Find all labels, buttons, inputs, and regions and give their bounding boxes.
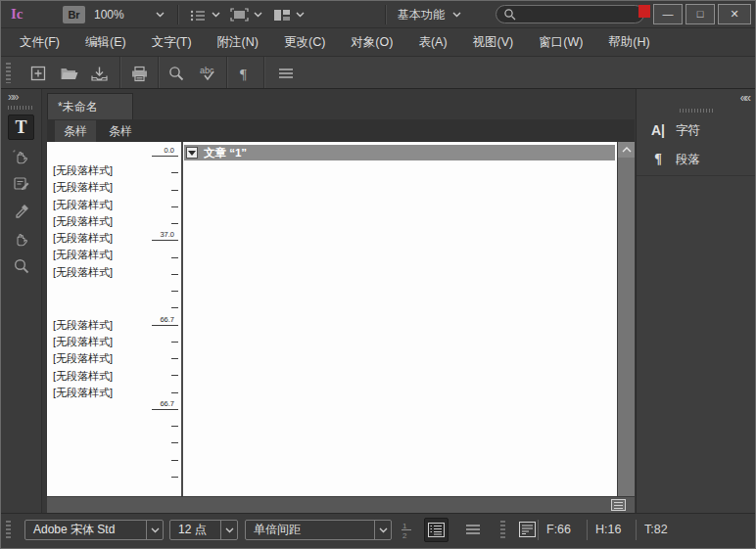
save-button[interactable] xyxy=(86,61,112,86)
depth-ruler: 0.037.066.766.7 xyxy=(141,142,180,496)
view-tab-galley[interactable]: 条样 xyxy=(55,120,96,142)
story-header[interactable]: 文章 “1” xyxy=(184,145,615,160)
search-box[interactable] xyxy=(496,5,644,23)
separator xyxy=(158,57,159,88)
menu-window[interactable]: 窗口(W) xyxy=(526,28,595,56)
find-button[interactable] xyxy=(164,61,189,86)
paragraph-style-label: [无段落样式] xyxy=(53,163,146,180)
open-document-button[interactable] xyxy=(56,61,81,86)
galley-buffer-icon[interactable] xyxy=(611,499,626,511)
menu-changes[interactable]: 更改(C) xyxy=(271,28,338,56)
paragraph-panel-label: 段落 xyxy=(676,152,700,168)
menu-notes[interactable]: 附注(N) xyxy=(205,28,271,56)
font-family-select[interactable]: Adobe 宋体 Std xyxy=(24,520,164,540)
ruler-tick xyxy=(152,325,178,326)
story-text-area[interactable]: 文章 “1” xyxy=(183,142,617,496)
bottombar-menu-button[interactable] xyxy=(463,523,483,536)
position-tool-icon xyxy=(12,147,31,166)
chevron-down-icon xyxy=(225,527,234,533)
triangle-down-icon xyxy=(188,151,196,156)
chevron-down-icon xyxy=(452,12,461,18)
zoom-tool[interactable] xyxy=(8,253,34,279)
chevron-down-icon xyxy=(151,527,160,533)
print-icon xyxy=(130,66,149,82)
screen-mode-button[interactable] xyxy=(230,6,262,23)
ruler-tick xyxy=(171,477,178,478)
copyfit-info-button[interactable] xyxy=(517,521,537,538)
menu-table[interactable]: 表(A) xyxy=(405,28,459,56)
toolbar-grip[interactable] xyxy=(6,63,11,83)
note-tool[interactable] xyxy=(8,171,34,197)
chevron-down-icon xyxy=(254,12,262,18)
close-button[interactable]: ✕ xyxy=(718,4,751,24)
print-button[interactable] xyxy=(126,61,152,86)
zoom-level-select[interactable]: 100% xyxy=(94,6,165,23)
search-input[interactable] xyxy=(521,9,637,21)
paragraph-style-label: [无段落样式] xyxy=(53,198,146,214)
view-options-icon xyxy=(189,9,207,22)
chevron-down-icon xyxy=(296,12,305,18)
chevron-down-icon xyxy=(156,12,165,18)
arrange-documents-icon xyxy=(273,9,291,22)
eyedropper-tool[interactable] xyxy=(8,199,34,224)
workspace-switcher[interactable]: 基本功能 xyxy=(398,6,461,23)
toolbar: abc ¶ xyxy=(1,57,755,89)
menu-bar: 文件(F)编辑(E)文字(T)附注(N)更改(C)对象(O)表(A)视图(V)窗… xyxy=(1,28,755,57)
view-options-button[interactable] xyxy=(189,6,220,23)
hand-icon xyxy=(12,229,31,249)
chevron-down-icon xyxy=(379,527,388,533)
expand-dock-icon[interactable]: «« xyxy=(740,91,749,105)
ruler-tick xyxy=(171,190,178,191)
vertical-scrollbar[interactable] xyxy=(617,142,635,496)
toolbar-menu-button[interactable] xyxy=(273,61,299,86)
ruler-tick xyxy=(171,460,178,461)
font-size-select[interactable]: 12 点 xyxy=(169,520,238,540)
hamburger-menu-icon xyxy=(278,68,294,79)
view-tab-galley-2[interactable]: 条样 xyxy=(100,120,141,142)
position-tool[interactable] xyxy=(8,144,34,169)
paragraph-style-label: [无段落样式] xyxy=(53,318,146,335)
type-tool[interactable]: T xyxy=(8,114,34,140)
ruler-tick xyxy=(171,342,178,343)
magnifier-icon xyxy=(12,256,31,276)
bridge-button[interactable]: Br xyxy=(63,6,85,23)
minimize-button[interactable]: — xyxy=(653,4,683,24)
menu-object[interactable]: 对象(O) xyxy=(338,28,405,56)
ruler-tick xyxy=(171,274,178,275)
style-column-toggle[interactable] xyxy=(424,518,449,542)
document-tab[interactable]: *未命名 xyxy=(47,93,133,119)
font-size-value: 12 点 xyxy=(170,522,220,538)
ruler-tick xyxy=(171,257,178,258)
paragraph-panel-button[interactable]: ¶ 段落 xyxy=(637,146,756,173)
menu-type[interactable]: 文字(T) xyxy=(139,28,205,56)
maximize-button[interactable]: □ xyxy=(685,4,715,24)
incopy-window: Ic Br 100% xyxy=(0,0,756,549)
menu-view[interactable]: 视图(V) xyxy=(460,28,527,56)
open-folder-icon xyxy=(60,66,78,81)
paragraph-styles-column: [无段落样式][无段落样式][无段落样式][无段落样式][无段落样式][无段落样… xyxy=(53,163,146,402)
chevron-up-icon xyxy=(622,147,632,153)
menu-help[interactable]: 帮助(H) xyxy=(595,28,662,56)
ruler-tick xyxy=(152,156,178,157)
hand-tool[interactable] xyxy=(8,226,34,252)
collapse-story-button[interactable] xyxy=(186,147,198,159)
menu-edit[interactable]: 编辑(E) xyxy=(72,28,139,56)
menu-file[interactable]: 文件(F) xyxy=(7,28,72,56)
arrange-documents-button[interactable] xyxy=(273,6,305,23)
scroll-up-button[interactable] xyxy=(618,142,635,158)
paragraph-style-label: [无段落样式] xyxy=(53,214,146,231)
bottombar-grip[interactable] xyxy=(6,521,11,540)
spell-check-button[interactable]: abc xyxy=(196,61,221,86)
horizontal-scrollbar[interactable] xyxy=(47,496,635,513)
new-document-button[interactable] xyxy=(25,61,51,86)
search-icon xyxy=(503,8,516,21)
tools-grip[interactable] xyxy=(8,106,34,110)
galley-view: [无段落样式][无段落样式][无段落样式][无段落样式][无段落样式][无段落样… xyxy=(47,142,635,496)
character-panel-button[interactable]: A| 字符 xyxy=(637,116,756,144)
show-hidden-characters-button[interactable]: ¶ xyxy=(232,61,258,86)
dock-grip[interactable] xyxy=(680,109,715,113)
leading-select[interactable]: 单倍间距 xyxy=(245,520,392,540)
line-number-toggle[interactable]: 1 2 xyxy=(399,520,416,540)
expand-panel-icon[interactable]: »» xyxy=(8,90,17,104)
bottombar-grip-2[interactable] xyxy=(500,521,505,540)
